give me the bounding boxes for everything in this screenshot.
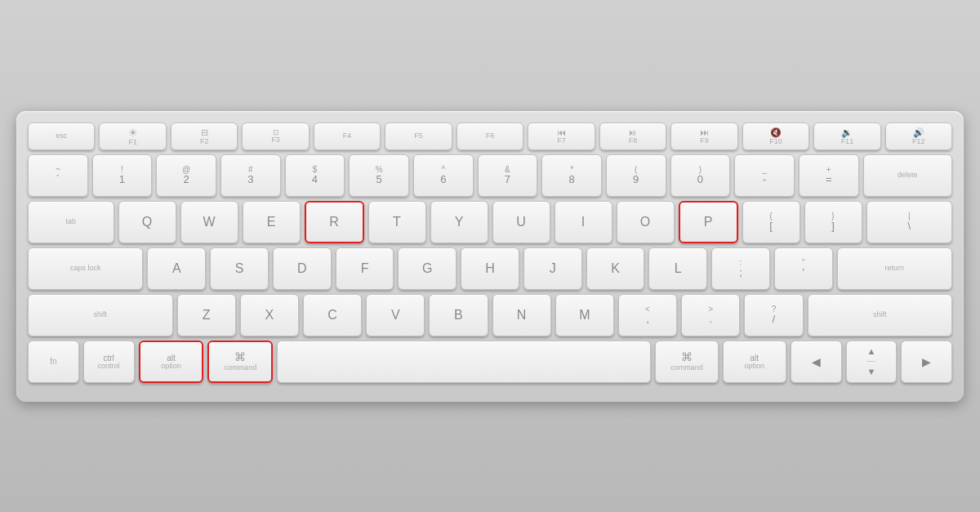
- key-option-left[interactable]: altoption: [139, 341, 204, 383]
- key-slash[interactable]: ?/: [744, 294, 803, 336]
- key-backslash[interactable]: |\: [866, 201, 953, 243]
- qwerty-row: tab Q W E R T Y U I O P {[ }] |\: [28, 201, 952, 243]
- key-option-right[interactable]: altoption: [723, 341, 786, 383]
- key-x[interactable]: X: [240, 294, 299, 336]
- key-e[interactable]: E: [243, 201, 301, 243]
- key-k[interactable]: K: [586, 247, 645, 290]
- key-arrow-updown[interactable]: ▲ ▼: [846, 341, 898, 383]
- key-esc[interactable]: esc: [28, 122, 95, 150]
- key-b[interactable]: B: [429, 294, 488, 336]
- key-lshift[interactable]: shift: [28, 294, 173, 336]
- key-f[interactable]: F: [336, 247, 394, 290]
- key-arrow-right[interactable]: ▶: [901, 341, 952, 383]
- key-comma[interactable]: <,: [618, 294, 677, 336]
- key-lbracket[interactable]: {[: [742, 201, 800, 243]
- key-m[interactable]: M: [555, 294, 614, 336]
- key-equals[interactable]: +=: [799, 154, 859, 197]
- key-command-left[interactable]: ⌘command: [207, 341, 273, 383]
- key-9[interactable]: (9: [606, 154, 666, 197]
- key-h[interactable]: H: [461, 247, 519, 290]
- key-f9[interactable]: ⏭F9: [670, 122, 737, 150]
- key-7[interactable]: &7: [478, 154, 538, 197]
- key-8[interactable]: *8: [541, 154, 602, 197]
- key-o[interactable]: O: [617, 201, 675, 243]
- key-f7[interactable]: ⏮F7: [528, 122, 595, 150]
- key-f6[interactable]: F6: [457, 122, 523, 150]
- key-r[interactable]: R: [305, 201, 364, 243]
- fn-row: esc ☀F1 ⊟F2 ⊡F3 F4 F5 F6 ⏮F7 ⏯F8 ⏭F9 🔇F1…: [28, 122, 952, 150]
- key-d[interactable]: D: [273, 247, 332, 290]
- key-f8[interactable]: ⏯F8: [599, 122, 666, 150]
- asdf-row: caps lock A S D F G H J K L :; "' return: [28, 247, 952, 290]
- key-f11[interactable]: 🔉F11: [813, 122, 880, 150]
- key-semicolon[interactable]: :;: [711, 247, 770, 290]
- key-f2[interactable]: ⊟F2: [171, 122, 238, 150]
- key-j[interactable]: J: [523, 247, 582, 290]
- bottom-row: fn ctrlcontrol altoption ⌘command ⌘comma…: [28, 341, 952, 383]
- key-q[interactable]: Q: [118, 201, 176, 243]
- key-p[interactable]: P: [679, 201, 738, 243]
- keyboard: esc ☀F1 ⊟F2 ⊡F3 F4 F5 F6 ⏮F7 ⏯F8 ⏭F9 🔇F1…: [16, 111, 964, 402]
- key-rshift[interactable]: shift: [808, 294, 953, 336]
- key-a[interactable]: A: [147, 247, 206, 290]
- key-n[interactable]: N: [492, 294, 551, 336]
- key-l[interactable]: L: [648, 247, 707, 290]
- key-period[interactable]: >.: [681, 294, 740, 336]
- key-f3[interactable]: ⊡F3: [242, 122, 309, 150]
- key-f1[interactable]: ☀F1: [99, 122, 166, 150]
- key-c[interactable]: C: [303, 294, 362, 336]
- key-s[interactable]: S: [210, 247, 269, 290]
- key-arrow-left[interactable]: ◀: [791, 341, 842, 383]
- key-5[interactable]: %5: [349, 154, 409, 197]
- key-4[interactable]: $4: [285, 154, 345, 197]
- key-backtick[interactable]: ~`: [28, 154, 88, 197]
- key-fn[interactable]: fn: [28, 341, 79, 383]
- key-quote[interactable]: "': [774, 247, 833, 290]
- key-y[interactable]: Y: [430, 201, 488, 243]
- key-6[interactable]: ^6: [413, 154, 474, 197]
- key-spacebar[interactable]: [277, 341, 651, 383]
- key-f12[interactable]: 🔊F12: [885, 122, 952, 150]
- key-z[interactable]: Z: [177, 294, 236, 336]
- key-f4[interactable]: F4: [314, 122, 381, 150]
- key-command-right[interactable]: ⌘command: [655, 341, 719, 383]
- key-f10[interactable]: 🔇F10: [742, 122, 809, 150]
- key-0[interactable]: )0: [670, 154, 731, 197]
- key-i[interactable]: I: [555, 201, 612, 243]
- key-t[interactable]: T: [368, 201, 426, 243]
- key-return[interactable]: return: [837, 247, 952, 290]
- key-3[interactable]: #3: [220, 154, 281, 197]
- number-row: ~` !1 @2 #3 $4 %5 ^6 &7 *8 (9 )0 _- += d…: [28, 154, 952, 197]
- key-rbracket[interactable]: }]: [804, 201, 862, 243]
- key-1[interactable]: !1: [92, 154, 153, 197]
- key-delete[interactable]: delete: [863, 154, 952, 197]
- key-2[interactable]: @2: [156, 154, 216, 197]
- zxcv-row: shift Z X C V B N M <, >. ?/ shift: [28, 294, 952, 336]
- key-capslock[interactable]: caps lock: [28, 247, 143, 290]
- key-ctrl[interactable]: ctrlcontrol: [83, 341, 135, 383]
- key-v[interactable]: V: [366, 294, 425, 336]
- key-w[interactable]: W: [180, 201, 238, 243]
- key-g[interactable]: G: [398, 247, 457, 290]
- key-u[interactable]: U: [492, 201, 550, 243]
- key-minus[interactable]: _-: [734, 154, 795, 197]
- key-f5[interactable]: F5: [385, 122, 452, 150]
- key-tab[interactable]: tab: [28, 201, 114, 243]
